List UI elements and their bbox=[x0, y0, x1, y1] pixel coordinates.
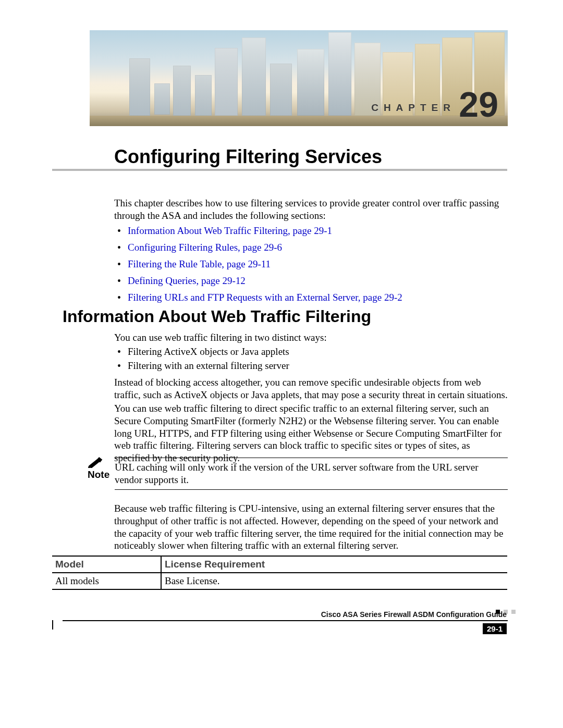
intro-paragraph: This chapter describes how to use filter… bbox=[114, 197, 508, 222]
square-icon bbox=[511, 610, 516, 614]
section-lead: You can use web traffic filtering in two… bbox=[114, 331, 508, 344]
toc-link[interactable]: Filtering the Rule Table, page 29-11 bbox=[128, 258, 271, 269]
page-number-badge: 29-1 bbox=[483, 623, 507, 634]
bullet-item: Filtering with an external filtering ser… bbox=[128, 360, 508, 372]
banner-building bbox=[129, 58, 150, 116]
table-header-cell: License Requirement bbox=[162, 557, 507, 573]
table-header-cell: Model bbox=[52, 557, 162, 573]
note-rule-bottom bbox=[115, 489, 508, 490]
chapter-label: CHAPTER bbox=[371, 102, 456, 114]
banner-ground bbox=[90, 116, 508, 126]
toc-list: Information About Web Traffic Filtering,… bbox=[128, 225, 508, 309]
chapter-title: Configuring Filtering Services bbox=[114, 146, 382, 168]
banner-building bbox=[215, 48, 238, 116]
banner-building bbox=[195, 75, 212, 116]
toc-item: Filtering the Rule Table, page 29-11 bbox=[128, 258, 508, 270]
chapter-banner: CHAPTER 29 bbox=[90, 30, 508, 126]
table-row: All models Base License. bbox=[52, 573, 507, 589]
note-block: Note URL caching will only work if the v… bbox=[88, 458, 508, 490]
toc-item: Information About Web Traffic Filtering,… bbox=[128, 225, 508, 237]
bullet-item: Filtering ActiveX objects or Java applet… bbox=[128, 346, 508, 357]
toc-item: Filtering URLs and FTP Requests with an … bbox=[128, 292, 508, 303]
toc-item: Defining Queries, page 29-12 bbox=[128, 275, 508, 287]
banner-building bbox=[270, 64, 292, 116]
chapter-number: 29 bbox=[459, 87, 498, 122]
section-paragraph: Instead of blocking access altogether, y… bbox=[114, 376, 508, 401]
section-paragraph: You can use web traffic filtering to dir… bbox=[114, 402, 508, 464]
toc-link[interactable]: Defining Queries, page 29-12 bbox=[128, 275, 246, 286]
toc-item: Configuring Filtering Rules, page 29-6 bbox=[128, 242, 508, 253]
document-page: CHAPTER 29 Configuring Filtering Service… bbox=[0, 0, 563, 728]
section-paragraph: Because web traffic filtering is CPU-int… bbox=[114, 502, 508, 552]
banner-building bbox=[242, 38, 266, 116]
toc-link[interactable]: Filtering URLs and FTP Requests with an … bbox=[128, 292, 402, 303]
table-cell: All models bbox=[52, 573, 162, 589]
banner-building bbox=[297, 49, 324, 116]
toc-link[interactable]: Information About Web Traffic Filtering,… bbox=[128, 225, 332, 236]
banner-building bbox=[328, 32, 351, 116]
footer-guide-title: Cisco ASA Series Firewall ASDM Configura… bbox=[321, 610, 507, 619]
footer-tick bbox=[52, 620, 53, 630]
note-label: Note bbox=[88, 469, 109, 480]
banner-building bbox=[154, 83, 170, 115]
table-cell: Base License. bbox=[162, 573, 507, 589]
banner-building bbox=[173, 66, 191, 116]
table-header-row: Model License Requirement bbox=[52, 557, 507, 573]
license-table: Model License Requirement All models Bas… bbox=[52, 556, 507, 590]
pencil-icon bbox=[88, 455, 106, 470]
note-text: URL caching will only work if the versio… bbox=[115, 461, 508, 486]
section-bullets: Filtering ActiveX objects or Java applet… bbox=[128, 346, 508, 374]
note-rule-top bbox=[115, 458, 508, 458]
footer-rule bbox=[63, 620, 508, 621]
toc-link[interactable]: Configuring Filtering Rules, page 29-6 bbox=[128, 242, 282, 253]
section-heading: Information About Web Traffic Filtering bbox=[63, 307, 371, 326]
title-rule bbox=[52, 169, 507, 171]
